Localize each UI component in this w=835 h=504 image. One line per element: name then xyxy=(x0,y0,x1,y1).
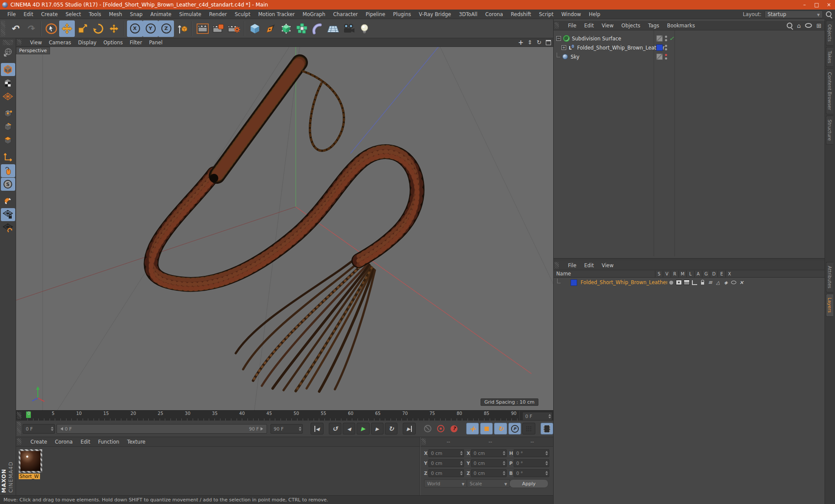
coordinate-field[interactable]: 0 cm xyxy=(428,459,464,467)
column-header[interactable]: D xyxy=(710,271,718,277)
layer-box[interactable] xyxy=(656,35,663,42)
menu-item[interactable]: V-Ray Bridge xyxy=(415,11,455,17)
texture-mode-button[interactable] xyxy=(1,76,15,90)
menu-item[interactable]: File xyxy=(564,262,580,269)
goto-start-button[interactable] xyxy=(311,423,323,434)
side-tab[interactable]: Objects xyxy=(826,20,833,46)
lock-workplane-button[interactable] xyxy=(1,208,15,221)
solo-toggle[interactable] xyxy=(667,281,675,285)
column-header[interactable]: V xyxy=(663,271,671,277)
menu-item[interactable]: Texture xyxy=(123,439,149,445)
stepper-icon[interactable] xyxy=(460,470,463,477)
menu-item[interactable]: Objects xyxy=(618,23,644,29)
previous-frame-button[interactable] xyxy=(343,423,355,434)
play-button[interactable] xyxy=(357,423,369,434)
drag-handle[interactable] xyxy=(421,438,426,445)
add-box-icon[interactable] xyxy=(816,22,822,29)
layer-box[interactable] xyxy=(656,53,663,60)
current-frame-field[interactable]: 0 F xyxy=(522,412,552,421)
toggle-view-icon[interactable] xyxy=(546,40,551,45)
stepper-icon[interactable] xyxy=(545,450,548,457)
coordinate-field[interactable]: 0 cm xyxy=(471,459,507,467)
menu-item[interactable]: Tools xyxy=(85,11,105,17)
side-tab[interactable]: Takes xyxy=(826,47,833,67)
move-tool-button[interactable] xyxy=(59,20,75,37)
menu-item[interactable]: Window xyxy=(558,11,585,17)
coordinate-field[interactable]: 0 cm xyxy=(471,449,507,457)
redo-button[interactable] xyxy=(23,20,38,37)
align-workplane-button[interactable] xyxy=(1,222,15,235)
menu-item[interactable]: Edit xyxy=(580,262,598,269)
key-parameter-button[interactable]: P xyxy=(508,423,521,434)
timeline-range-slider[interactable]: 0 F 90 F xyxy=(57,424,267,434)
column-header[interactable]: L xyxy=(686,271,694,277)
menu-item[interactable]: Animate xyxy=(147,11,175,17)
goto-end-button[interactable] xyxy=(403,423,415,434)
menu-item[interactable]: Panel xyxy=(146,40,166,46)
coordinate-field[interactable]: 0 cm xyxy=(428,449,464,457)
menu-item[interactable]: Pipeline xyxy=(362,11,389,17)
drag-handle[interactable] xyxy=(554,262,559,269)
drag-handle[interactable] xyxy=(3,40,13,45)
menu-item[interactable]: Corona xyxy=(51,439,77,445)
collapse-icon[interactable]: − xyxy=(556,36,561,41)
key-pla-button[interactable] xyxy=(522,423,535,434)
make-editable-button[interactable] xyxy=(1,46,15,59)
object-name[interactable]: Folded_Short_Whip_Brown_Leather xyxy=(577,45,665,51)
maximize-button[interactable]: □ xyxy=(811,2,823,8)
coordinate-system-button[interactable] xyxy=(174,20,190,37)
workplane-mode-button[interactable] xyxy=(1,90,15,103)
edit-render-settings-button[interactable] xyxy=(226,20,242,37)
stepper-icon[interactable] xyxy=(299,425,301,432)
camera-button[interactable] xyxy=(341,20,357,37)
stepper-icon[interactable] xyxy=(503,450,505,457)
bend-deformer-button[interactable] xyxy=(310,20,325,37)
menu-item[interactable]: Sculpt xyxy=(231,11,254,17)
menu-item[interactable]: Filter xyxy=(126,40,145,46)
lock-x-axis-button[interactable]: X xyxy=(127,20,143,37)
search-icon[interactable] xyxy=(826,11,832,17)
menu-item[interactable]: Edit xyxy=(77,439,94,445)
zoom-view-icon[interactable] xyxy=(527,39,533,46)
stepper-icon[interactable] xyxy=(460,450,463,457)
drag-handle[interactable] xyxy=(17,412,21,419)
animation-toggle[interactable] xyxy=(706,279,714,285)
menu-item[interactable]: Edit xyxy=(20,11,37,17)
menu-item[interactable]: MoGraph xyxy=(299,11,329,17)
stepper-icon[interactable] xyxy=(548,413,551,420)
range-right-arrow-icon[interactable] xyxy=(261,427,265,431)
light-button[interactable] xyxy=(357,20,372,37)
render-to-picture-viewer-button[interactable] xyxy=(210,20,226,37)
menu-item[interactable]: Display xyxy=(74,40,100,46)
expressions-toggle[interactable] xyxy=(730,281,738,284)
coordinate-field[interactable]: 0 ° xyxy=(514,449,549,457)
menu-item[interactable]: Script xyxy=(535,11,557,17)
drag-handle[interactable] xyxy=(17,438,21,445)
side-tab[interactable]: Attributes xyxy=(826,262,833,292)
floor-button[interactable] xyxy=(325,20,341,37)
material-thumbnail[interactable] xyxy=(19,449,42,473)
material-name[interactable]: Short_W xyxy=(19,474,40,479)
autokeying-button[interactable]: ? xyxy=(448,423,460,434)
menu-item[interactable]: Character xyxy=(329,11,362,17)
generators-toggle[interactable] xyxy=(714,279,722,285)
close-button[interactable]: × xyxy=(823,2,835,8)
menu-item[interactable]: Function xyxy=(94,439,123,445)
drag-handle[interactable] xyxy=(554,22,559,29)
scale-tool-button[interactable] xyxy=(75,20,90,37)
layer-color-box[interactable] xyxy=(656,44,663,51)
menu-item[interactable]: Plugins xyxy=(389,11,415,17)
menu-item[interactable]: Simulate xyxy=(175,11,205,17)
coordinate-field[interactable]: 0 ° xyxy=(514,459,549,467)
size-mode-select[interactable]: Scale xyxy=(467,479,510,487)
apply-button[interactable]: Apply xyxy=(509,479,548,488)
subdivision-surface-button[interactable] xyxy=(278,20,294,37)
points-mode-button[interactable] xyxy=(1,107,15,120)
stepper-icon[interactable] xyxy=(545,470,548,477)
visibility-dots[interactable] xyxy=(665,54,667,60)
object-name[interactable]: Subdivision Surface xyxy=(572,36,621,42)
frame-field[interactable]: 0 F xyxy=(23,424,55,434)
menu-item[interactable]: Tags xyxy=(644,23,663,29)
menu-item[interactable]: Mesh xyxy=(105,11,126,17)
coordinate-field[interactable]: 0 cm xyxy=(471,469,507,477)
